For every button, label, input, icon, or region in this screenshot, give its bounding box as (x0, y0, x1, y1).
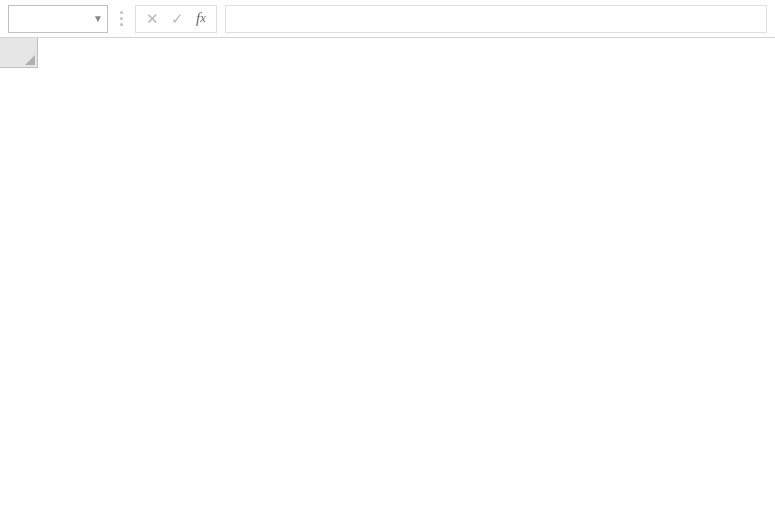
formula-bar: ▼ ✕ ✓ fx (0, 0, 775, 38)
name-box[interactable]: ▼ (8, 5, 108, 33)
fx-icon[interactable]: fx (196, 10, 206, 27)
spreadsheet-grid (0, 38, 775, 506)
formula-bar-buttons: ✕ ✓ fx (135, 5, 217, 33)
formula-bar-drag-handle-icon (116, 11, 127, 26)
formula-input[interactable] (225, 5, 767, 33)
name-box-dropdown-icon[interactable]: ▼ (93, 13, 103, 24)
cancel-icon: ✕ (146, 10, 159, 28)
select-all-corner[interactable] (0, 38, 38, 68)
enter-icon: ✓ (171, 10, 184, 28)
